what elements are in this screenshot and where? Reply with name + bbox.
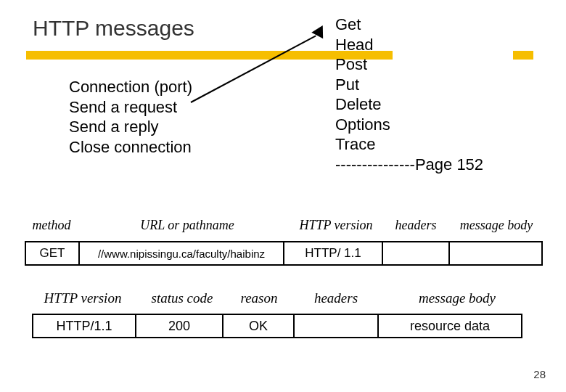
req-cell-headers	[382, 241, 450, 266]
page-number: 28	[533, 368, 546, 380]
list-item: Post	[335, 54, 483, 75]
resp-cell-body: resource data	[377, 314, 522, 338]
slide-title: HTTP messages	[33, 16, 194, 41]
list-item: Trace	[335, 134, 483, 155]
req-header-method: method	[25, 218, 78, 233]
accent-chip	[513, 51, 533, 60]
req-cell-body	[448, 241, 543, 266]
list-item: Send a request	[69, 97, 192, 118]
req-header-version: HTTP version	[290, 218, 382, 233]
list-item: Connection (port)	[69, 77, 192, 97]
resp-header-reason: reason	[225, 290, 293, 306]
list-item: Delete	[335, 94, 483, 115]
list-item: Put	[335, 75, 483, 95]
list-item: Close connection	[69, 137, 192, 158]
req-cell-version: HTTP/ 1.1	[283, 241, 383, 266]
resp-header-body: message body	[392, 290, 522, 306]
resp-cell-headers	[293, 314, 379, 338]
resp-header-status: status code	[142, 290, 222, 306]
req-header-url: URL or pathname	[86, 218, 289, 233]
resp-header-headers: headers	[296, 290, 376, 306]
list-item: Head	[335, 35, 483, 55]
list-item: Options	[335, 115, 483, 135]
req-cell-url: //www.nipissingu.ca/faculty/haibinz	[78, 241, 284, 266]
resp-cell-version: HTTP/1.1	[32, 314, 136, 338]
connection-steps-list: Connection (port) Send a request Send a …	[69, 77, 192, 157]
list-item: ---------------Page 152	[335, 155, 483, 175]
req-header-body: message body	[450, 218, 543, 233]
req-cell-method: GET	[25, 241, 80, 266]
resp-cell-reason: OK	[222, 314, 295, 338]
resp-header-version: HTTP version	[32, 290, 134, 306]
list-item: Send a reply	[69, 117, 192, 137]
req-header-headers: headers	[383, 218, 448, 233]
list-item: Get	[335, 15, 483, 35]
http-methods-list: Get Head Post Put Delete Options Trace -…	[335, 15, 483, 174]
resp-cell-status: 200	[135, 314, 223, 338]
arrow-line	[191, 36, 316, 103]
